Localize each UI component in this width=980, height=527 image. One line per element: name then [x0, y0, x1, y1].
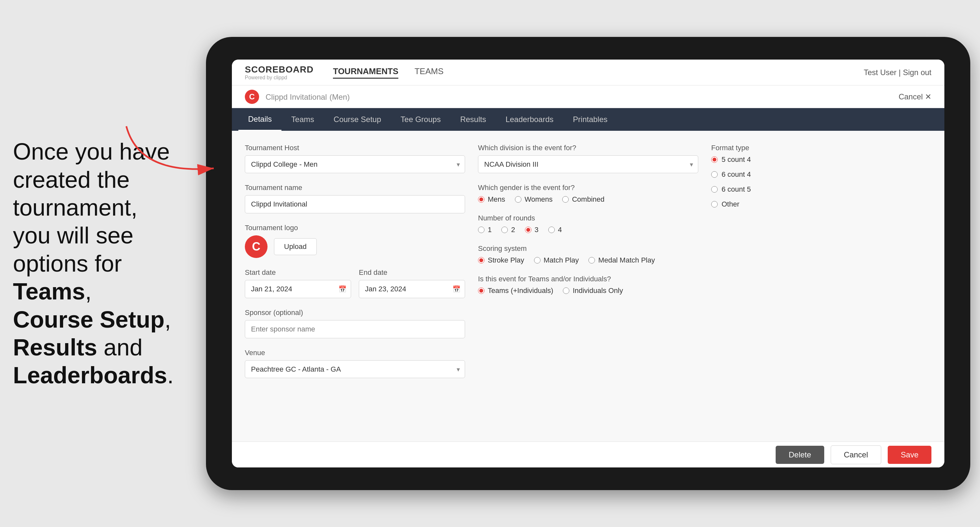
- tabs-bar: Details Teams Course Setup Tee Groups Re…: [232, 108, 944, 131]
- gender-radio-group: Mens Womens Combined: [478, 195, 698, 204]
- host-select-wrapper: Clippd College - Men: [245, 156, 465, 173]
- logo-upload-area: C Upload: [245, 235, 465, 258]
- tab-tee-groups[interactable]: Tee Groups: [391, 108, 450, 131]
- teams-plus-individuals[interactable]: Teams (+Individuals): [478, 286, 553, 295]
- format-other[interactable]: Other: [711, 200, 931, 208]
- top-navigation: SCOREBOARD Powered by clippd TOURNAMENTS…: [232, 60, 944, 86]
- form-column-1: Tournament Host Clippd College - Men Tou…: [245, 144, 465, 389]
- teams-label: Is this event for Teams and/or Individua…: [478, 275, 698, 283]
- tab-details[interactable]: Details: [239, 108, 282, 131]
- tournament-logo-group: Tournament logo C Upload: [245, 224, 465, 258]
- tab-printables[interactable]: Printables: [563, 108, 617, 131]
- bottom-action-bar: Delete Cancel Save: [232, 441, 944, 467]
- format-radio-group: 5 count 4 6 count 4 6 count 5 Other: [711, 156, 931, 208]
- form-column-2: Which division is the event for? NCAA Di…: [478, 144, 698, 389]
- logo-title: SCOREBOARD: [245, 64, 313, 75]
- gender-mens[interactable]: Mens: [478, 195, 505, 204]
- name-label: Tournament name: [245, 184, 465, 192]
- tablet-screen: SCOREBOARD Powered by clippd TOURNAMENTS…: [232, 60, 944, 467]
- venue-group: Venue Peachtree GC - Atlanta - GA: [245, 349, 465, 378]
- teams-group: Is this event for Teams and/or Individua…: [478, 275, 698, 295]
- end-date-wrapper: [359, 280, 465, 298]
- tournament-icon: C: [245, 90, 259, 104]
- end-label: End date: [359, 268, 465, 277]
- form-column-3: Format type 5 count 4 6 count 4 6 count …: [711, 144, 931, 389]
- delete-button[interactable]: Delete: [776, 446, 824, 464]
- rounds-3[interactable]: 3: [525, 225, 539, 234]
- end-date-group: End date: [359, 268, 465, 298]
- rounds-2[interactable]: 2: [501, 225, 515, 234]
- nav-teams[interactable]: TEAMS: [415, 67, 444, 79]
- date-row: Start date End date: [245, 268, 465, 298]
- host-select[interactable]: Clippd College - Men: [245, 156, 465, 173]
- tab-results[interactable]: Results: [450, 108, 496, 131]
- tab-course-setup[interactable]: Course Setup: [324, 108, 391, 131]
- format-6count4[interactable]: 6 count 4: [711, 170, 931, 179]
- app-logo: SCOREBOARD Powered by clippd: [245, 64, 313, 81]
- scoring-match[interactable]: Match Play: [534, 256, 579, 265]
- gender-label: Which gender is the event for?: [478, 184, 698, 192]
- scoring-group: Scoring system Stroke Play Match Play Me…: [478, 244, 698, 265]
- tournament-header: C Clippd Invitational (Men) Cancel ✕: [232, 86, 944, 108]
- name-input[interactable]: [245, 195, 465, 213]
- end-date-input[interactable]: [359, 280, 465, 298]
- sponsor-group: Sponsor (optional): [245, 308, 465, 338]
- format-6count5[interactable]: 6 count 5: [711, 185, 931, 194]
- scoring-medal[interactable]: Medal Match Play: [589, 256, 655, 265]
- save-button[interactable]: Save: [888, 446, 931, 464]
- rounds-radio-group: 1 2 3 4: [478, 225, 698, 234]
- gender-group: Which gender is the event for? Mens Wome…: [478, 184, 698, 204]
- division-label: Which division is the event for?: [478, 144, 698, 152]
- tab-teams[interactable]: Teams: [282, 108, 324, 131]
- gender-womens[interactable]: Womens: [515, 195, 552, 204]
- tablet-device: SCOREBOARD Powered by clippd TOURNAMENTS…: [206, 37, 970, 490]
- logo-subtitle: Powered by clippd: [245, 75, 313, 81]
- tab-leaderboards[interactable]: Leaderboards: [496, 108, 563, 131]
- division-select-wrapper: NCAA Division III: [478, 156, 698, 173]
- nav-tournaments[interactable]: TOURNAMENTS: [333, 67, 398, 79]
- dates-group: Start date End date: [245, 268, 465, 298]
- rounds-4[interactable]: 4: [548, 225, 562, 234]
- upload-button[interactable]: Upload: [274, 238, 317, 255]
- start-date-input[interactable]: [245, 280, 351, 298]
- user-nav[interactable]: Test User | Sign out: [864, 68, 931, 77]
- venue-label: Venue: [245, 349, 465, 357]
- venue-select-wrapper: Peachtree GC - Atlanta - GA: [245, 360, 465, 378]
- start-date-wrapper: [245, 280, 351, 298]
- scoring-stroke[interactable]: Stroke Play: [478, 256, 524, 265]
- start-label: Start date: [245, 268, 351, 277]
- logo-preview: C: [245, 235, 267, 258]
- teams-radio-group: Teams (+Individuals) Individuals Only: [478, 286, 698, 295]
- main-content: Tournament Host Clippd College - Men Tou…: [232, 131, 944, 441]
- rounds-group: Number of rounds 1 2 3 4: [478, 214, 698, 234]
- sponsor-input[interactable]: [245, 320, 465, 338]
- rounds-label: Number of rounds: [478, 214, 698, 222]
- teams-individuals-only[interactable]: Individuals Only: [563, 286, 623, 295]
- scoring-radio-group: Stroke Play Match Play Medal Match Play: [478, 256, 698, 265]
- cancel-button-x[interactable]: Cancel ✕: [899, 92, 931, 101]
- left-instructional-text: Once you have created the tournament, yo…: [0, 0, 188, 527]
- division-select[interactable]: NCAA Division III: [478, 156, 698, 173]
- cancel-button[interactable]: Cancel: [831, 445, 881, 464]
- tournament-name: Clippd Invitational (Men): [266, 92, 899, 102]
- format-group: Format type 5 count 4 6 count 4 6 count …: [711, 144, 931, 208]
- scoring-label: Scoring system: [478, 244, 698, 253]
- rounds-1[interactable]: 1: [478, 225, 492, 234]
- venue-select[interactable]: Peachtree GC - Atlanta - GA: [245, 360, 465, 378]
- tournament-host-group: Tournament Host Clippd College - Men: [245, 144, 465, 173]
- gender-combined[interactable]: Combined: [562, 195, 605, 204]
- host-label: Tournament Host: [245, 144, 465, 152]
- start-date-group: Start date: [245, 268, 351, 298]
- logo-label: Tournament logo: [245, 224, 465, 232]
- format-label: Format type: [711, 144, 931, 152]
- sponsor-label: Sponsor (optional): [245, 308, 465, 317]
- tournament-name-group: Tournament name: [245, 184, 465, 213]
- nav-links: TOURNAMENTS TEAMS: [333, 67, 864, 79]
- division-group: Which division is the event for? NCAA Di…: [478, 144, 698, 173]
- format-5count4[interactable]: 5 count 4: [711, 156, 931, 164]
